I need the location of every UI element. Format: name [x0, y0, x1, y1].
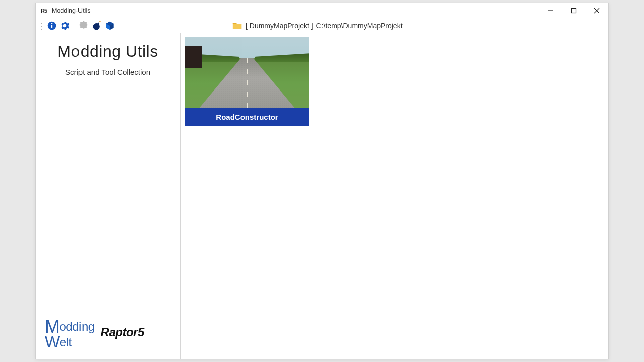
- path-bar: [ DummyMapProjekt ] C:\temp\DummyMapProj…: [228, 20, 403, 32]
- toolbar-separator: [75, 21, 75, 30]
- puzzle-icon: [78, 21, 89, 31]
- window-title: Modding-Utils: [52, 7, 90, 14]
- maximize-button[interactable]: [562, 3, 585, 18]
- plugin-button-disabled: [78, 20, 89, 31]
- tool-card-label: RoadConstructor: [185, 108, 309, 126]
- window-controls: [539, 3, 608, 18]
- folder-icon[interactable]: [232, 21, 243, 30]
- close-button[interactable]: [585, 3, 608, 18]
- pathbar-separator: [228, 20, 228, 32]
- toolbar-grip: [41, 21, 44, 30]
- tool-thumbnail: [185, 37, 309, 108]
- logo-text: odding: [60, 320, 95, 333]
- svg-point-8: [93, 23, 100, 30]
- body: Modding Utils Script and Tool Collection…: [36, 33, 608, 359]
- package-button[interactable]: [104, 20, 115, 31]
- logo-text: elt: [60, 335, 72, 349]
- toolbar: [ DummyMapProjekt ] C:\temp\DummyMapProj…: [36, 18, 608, 33]
- app-window: R5 Modding-Utils: [35, 3, 609, 359]
- svg-point-6: [51, 23, 53, 24]
- app-icon: R5: [39, 6, 49, 16]
- title-bar: R5 Modding-Utils: [36, 3, 608, 18]
- settings-button[interactable]: [59, 20, 70, 31]
- minimize-button[interactable]: [539, 3, 562, 18]
- tool-card-roadconstructor[interactable]: RoadConstructor: [185, 37, 309, 126]
- maximize-icon: [571, 8, 577, 14]
- info-button[interactable]: [46, 20, 57, 31]
- svg-rect-5: [51, 25, 52, 28]
- sidebar-subtitle: Script and Tool Collection: [36, 68, 180, 76]
- modding-welt-logo: Modding Welt: [45, 316, 95, 349]
- gear-icon: [60, 21, 70, 31]
- info-icon: [47, 21, 57, 31]
- sidebar-heading: Modding Utils: [36, 42, 180, 61]
- svg-point-7: [64, 25, 66, 27]
- bomb-button[interactable]: [91, 20, 102, 31]
- sidebar: Modding Utils Script and Tool Collection…: [36, 33, 181, 359]
- sidebar-logos: Modding Welt Raptor5: [36, 311, 180, 359]
- bomb-icon: [92, 21, 102, 31]
- project-path: C:\temp\DummyMapProjekt: [316, 22, 403, 30]
- cube-icon: [105, 21, 115, 31]
- project-name: [ DummyMapProjekt ]: [246, 22, 313, 30]
- svg-rect-1: [572, 8, 576, 13]
- raptor5-logo: Raptor5: [101, 325, 144, 339]
- minimize-icon: [547, 8, 553, 14]
- main-content: RoadConstructor: [181, 33, 608, 359]
- close-icon: [594, 8, 600, 14]
